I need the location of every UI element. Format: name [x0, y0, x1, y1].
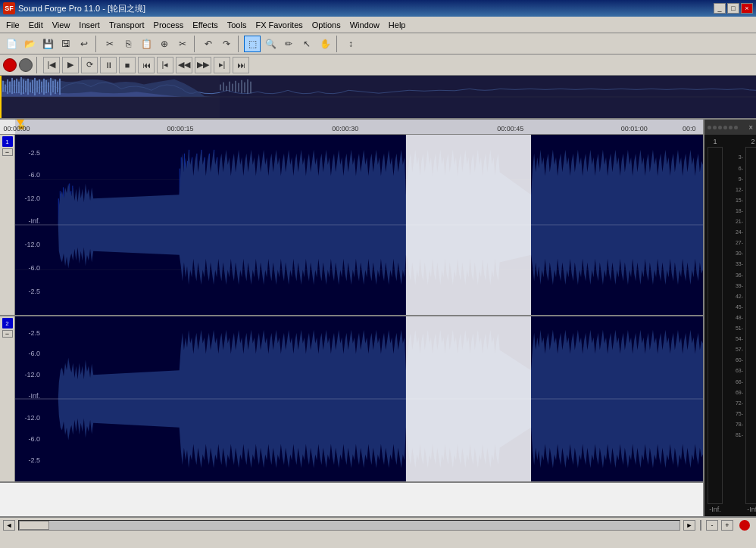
rewind[interactable]: ◀◀ [176, 57, 192, 73]
track-1-waveform[interactable] [15, 135, 703, 315]
undo-history-button[interactable]: ↩ [76, 36, 92, 52]
zoom-in-button[interactable]: + [721, 520, 733, 531]
minimize-button[interactable]: _ [714, 3, 726, 14]
svg-rect-82 [406, 135, 531, 225]
stop-button[interactable]: ■ [119, 57, 136, 73]
svg-rect-34 [235, 81, 236, 92]
menu-effects[interactable]: Effects [188, 19, 222, 31]
vu-header: × [704, 120, 756, 135]
paste-special-button[interactable]: ⊕ [156, 36, 173, 52]
play-button[interactable]: ▶ [62, 57, 79, 73]
vu-dot-5 [729, 126, 733, 129]
vu-ch1-label: 1 [713, 138, 717, 145]
copy-button[interactable]: ⎘ [120, 36, 136, 52]
vu-dot-4 [723, 126, 727, 129]
menu-process[interactable]: Process [149, 19, 189, 31]
vu-scale-1: 3- 6- 9- 12- 15- 18- 21- 24- 27- 30- 33-… [723, 148, 743, 503]
tracks-container[interactable]: 1 − -2.5 -6.0 -12.0 -Inf. -12.0 -6.0 -2.… [0, 135, 703, 516]
cut-button[interactable]: ✂ [102, 36, 118, 52]
selection-tool[interactable]: ⬚ [244, 36, 261, 52]
overview-playhead [0, 76, 2, 118]
close-button[interactable]: × [741, 3, 753, 14]
hand-tool[interactable]: ✋ [317, 36, 333, 52]
vu-meter-panel: × 1 3- 6- 9- 12- 15- 18- 21- 24- [703, 120, 756, 516]
track-2-minus[interactable]: − [2, 330, 13, 338]
svg-rect-38 [247, 79, 248, 94]
saveas-button[interactable]: 🖫 [58, 36, 74, 52]
sep-transport [36, 57, 39, 73]
maximize-button[interactable]: □ [727, 3, 739, 14]
menu-tools[interactable]: Tools [223, 19, 251, 31]
menu-file[interactable]: File [2, 19, 24, 31]
fast-forward[interactable]: ▶▶ [195, 57, 211, 73]
track-2-waveform[interactable] [15, 316, 703, 481]
track-2-header: 2 − [0, 316, 15, 481]
ruler-time-end: 00:0 [683, 125, 696, 132]
sep4 [336, 36, 339, 52]
scroll-left-button[interactable]: ◄ [3, 520, 15, 531]
ruler-time-60: 00:01:00 [621, 125, 648, 132]
record-arm-button[interactable] [19, 58, 33, 72]
vu-dots [708, 126, 738, 129]
toolbar1: 📄 📂 💾 🖫 ↩ ✂ ⎘ 📋 ⊕ ✂ ↶ ↷ ⬚ 🔍 ✏ ↖ ✋ ↕ [0, 33, 756, 54]
go-to-start[interactable]: ⏮ [138, 57, 155, 73]
redo-button[interactable]: ↷ [218, 36, 235, 52]
svg-rect-83 [406, 225, 531, 315]
go-next-marker[interactable]: ▸| [214, 57, 230, 73]
ruler-time-0: 00:00:00 [3, 125, 30, 132]
menu-help[interactable]: Help [384, 19, 411, 31]
main-area: 🔒 00:00:00 00:00:15 00:00:30 00:00:45 00… [0, 120, 756, 516]
titlebar-title: Sound Forge Pro 11.0 - [轮回之境] [18, 3, 145, 14]
svg-rect-32 [229, 82, 230, 92]
ruler-time-45: 00:00:45 [497, 125, 523, 132]
svg-rect-87 [406, 316, 531, 399]
rewind-to-start[interactable]: |◀ [43, 57, 60, 73]
pause-button[interactable]: ⏸ [100, 57, 117, 73]
go-prev-marker[interactable]: |◂ [157, 57, 173, 73]
record-button[interactable] [3, 58, 17, 72]
svg-rect-31 [226, 86, 227, 92]
zoom-tool[interactable]: 🔍 [262, 36, 279, 52]
menu-transport[interactable]: Transport [105, 19, 149, 31]
menu-fx-favorites[interactable]: FX Favorites [251, 19, 307, 31]
new-button[interactable]: 📄 [3, 36, 20, 52]
menu-options[interactable]: Options [308, 19, 345, 31]
open-button[interactable]: 📂 [21, 36, 38, 52]
overview-waveform-svg [0, 76, 756, 118]
go-to-end[interactable]: ⏭ [233, 57, 249, 73]
menu-edit[interactable]: Edit [24, 19, 48, 31]
vu-ch1-inf: -Inf. [709, 506, 721, 513]
scroll-track[interactable] [18, 520, 680, 531]
vu-channels: 1 3- 6- 9- 12- 15- 18- 21- 24- 27- 30- [704, 135, 756, 516]
track-1: 1 − -2.5 -6.0 -12.0 -Inf. -12.0 -6.0 -2.… [0, 135, 703, 316]
pencil-tool[interactable]: ✏ [280, 36, 297, 52]
transportbar: |◀ ▶ ⟳ ⏸ ■ ⏮ |◂ ◀◀ ▶▶ ▸| ⏭ [0, 54, 756, 76]
vu-channel-2: 2 3- 6- 9- 12- 15- 18- 21- 24- 27- 30- [745, 138, 756, 513]
scroll-right-button[interactable]: ► [683, 520, 695, 531]
sep-status [700, 520, 701, 531]
ruler-time-30: 00:00:30 [332, 125, 358, 132]
paste-button[interactable]: 📋 [138, 36, 155, 52]
titlebar-left: SF Sound Forge Pro 11.0 - [轮回之境] [3, 2, 145, 14]
svg-rect-88 [406, 399, 531, 481]
overview-waveform-panel[interactable] [0, 76, 756, 120]
vu-ch2-label: 2 [751, 138, 754, 145]
ruler[interactable]: 🔒 00:00:00 00:00:15 00:00:30 00:00:45 00… [0, 120, 703, 135]
trim-button[interactable]: ✂ [174, 36, 191, 52]
play-loop-button[interactable]: ⟳ [81, 57, 98, 73]
scroll-thumb[interactable] [19, 521, 49, 530]
vu-close-button[interactable]: × [748, 123, 753, 132]
menu-view[interactable]: View [48, 19, 75, 31]
normalize-button[interactable]: ↕ [342, 36, 359, 52]
track-1-minus[interactable]: − [2, 148, 13, 156]
titlebar-buttons[interactable]: _ □ × [714, 3, 753, 14]
ruler-background: 🔒 00:00:00 00:00:15 00:00:30 00:00:45 00… [15, 120, 703, 134]
zoom-out-button[interactable]: - [706, 520, 718, 531]
track-area: 🔒 00:00:00 00:00:15 00:00:30 00:00:45 00… [0, 120, 703, 516]
menu-window[interactable]: Window [345, 19, 384, 31]
pointer-tool[interactable]: ↖ [298, 36, 315, 52]
menu-insert[interactable]: Insert [74, 19, 105, 31]
sep1 [95, 36, 98, 52]
undo-button[interactable]: ↶ [200, 36, 217, 52]
save-button[interactable]: 💾 [39, 36, 56, 52]
